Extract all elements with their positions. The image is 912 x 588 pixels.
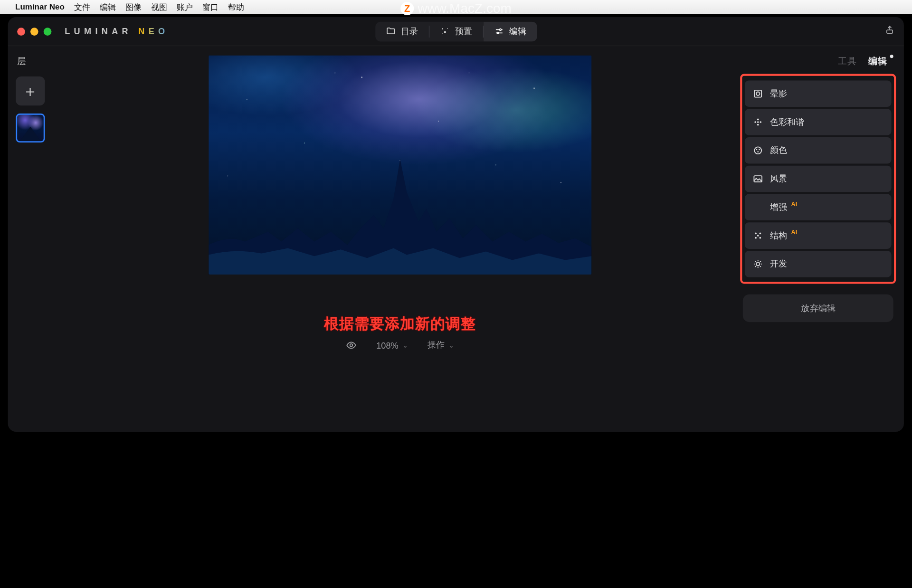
menubar-item-image[interactable]: 图像 xyxy=(125,2,142,13)
svg-point-9 xyxy=(756,92,760,95)
tool-label: 风景 xyxy=(770,173,787,185)
tab-edits[interactable]: 编辑 xyxy=(868,56,887,67)
chevron-down-icon: ⌄ xyxy=(402,341,408,349)
svg-point-24 xyxy=(760,237,761,239)
tab-presets-label: 预置 xyxy=(455,25,472,37)
tool-label: 开发 xyxy=(770,258,787,270)
sun-icon xyxy=(753,259,763,269)
logo-part2: AR xyxy=(112,26,138,36)
landscape-icon xyxy=(753,173,763,184)
zoom-value: 108% xyxy=(376,340,398,350)
svg-point-16 xyxy=(756,149,758,151)
svg-point-10 xyxy=(757,121,759,123)
zoom-icon[interactable] xyxy=(44,28,52,36)
tool-label: 颜色 xyxy=(770,144,787,156)
menubar-item-help[interactable]: 帮助 xyxy=(228,2,244,13)
watermark-text: www.MacZ.com xyxy=(418,1,512,16)
plus-icon: ＋ xyxy=(22,80,38,101)
window-traffic-lights xyxy=(17,28,51,36)
annotation-caption: 根据需要添加新的调整 xyxy=(324,314,476,334)
menubar-item-view[interactable]: 视图 xyxy=(151,2,167,13)
canvas-area: 根据需要添加新的调整 108% ⌄ 操作 ⌄ xyxy=(62,46,738,432)
image-view[interactable] xyxy=(209,56,591,275)
tab-catalog[interactable]: 目录 xyxy=(375,21,429,41)
tool-label: 色彩和谐 xyxy=(770,116,804,128)
canvas-status-bar: 108% ⌄ 操作 ⌄ xyxy=(346,339,454,351)
zoom-dropdown[interactable]: 108% ⌄ xyxy=(376,340,408,350)
tool-color[interactable]: 颜色 xyxy=(745,137,892,164)
layers-title: 层 xyxy=(17,56,26,67)
tool-structure-ai[interactable]: 结构 AI xyxy=(745,222,892,249)
svg-point-11 xyxy=(757,119,759,121)
mac-menubar: Luminar Neo 文件 编辑 图像 视图 账户 窗口 帮助 Z www.M… xyxy=(0,0,912,14)
folder-icon xyxy=(386,26,396,36)
svg-point-15 xyxy=(755,147,762,154)
svg-rect-6 xyxy=(887,30,893,33)
share-icon xyxy=(885,25,895,35)
menubar-app-name[interactable]: Luminar Neo xyxy=(15,2,65,12)
svg-point-20 xyxy=(755,233,757,235)
vignette-icon xyxy=(753,88,763,99)
discard-label: 放弃编辑 xyxy=(801,302,835,314)
svg-point-3 xyxy=(441,33,442,34)
svg-point-7 xyxy=(350,344,353,347)
app-logo: LUMINAR NEO xyxy=(65,26,169,36)
tool-develop[interactable]: 开发 xyxy=(745,251,892,277)
menubar-item-edit[interactable]: 编辑 xyxy=(100,2,116,13)
tab-edit-label: 编辑 xyxy=(509,25,526,37)
discard-edits-button[interactable]: 放弃编辑 xyxy=(743,294,893,322)
close-icon[interactable] xyxy=(17,28,25,36)
logo-part1: LUMIN xyxy=(65,26,112,36)
top-mode-tabs: 目录 预置 编辑 xyxy=(375,21,537,41)
svg-point-4 xyxy=(499,29,501,30)
tool-vignette[interactable]: 晕影 xyxy=(745,80,892,107)
svg-point-0 xyxy=(442,28,443,29)
svg-point-25 xyxy=(756,262,760,266)
tool-label: 增强 xyxy=(770,201,787,213)
menubar-item-window[interactable]: 窗口 xyxy=(202,2,218,13)
svg-point-18 xyxy=(758,151,759,152)
svg-point-17 xyxy=(759,149,760,151)
ai-badge: AI xyxy=(791,229,798,236)
svg-rect-8 xyxy=(755,90,762,97)
svg-point-14 xyxy=(760,121,762,123)
menubar-item-account[interactable]: 账户 xyxy=(177,2,193,13)
chevron-down-icon: ⌄ xyxy=(448,341,454,349)
tool-enhance-ai[interactable]: 增强 AI xyxy=(745,194,892,221)
tab-tools[interactable]: 工具 xyxy=(838,56,856,67)
tab-catalog-label: 目录 xyxy=(401,25,418,37)
actions-dropdown[interactable]: 操作 ⌄ xyxy=(428,339,454,351)
layer-thumb-selected[interactable] xyxy=(16,114,45,142)
svg-point-23 xyxy=(755,237,757,239)
sliders-icon xyxy=(494,26,504,36)
minimize-icon[interactable] xyxy=(30,28,38,36)
tool-label: 结构 xyxy=(770,230,787,242)
flower-icon xyxy=(753,117,763,127)
app-window: LUMINAR NEO 目录 预置 编辑 层 xyxy=(8,17,904,432)
watermark-badge-icon: Z xyxy=(400,2,414,15)
visibility-toggle[interactable] xyxy=(346,340,356,351)
add-layer-button[interactable]: ＋ xyxy=(16,76,45,105)
tool-landscape[interactable]: 风景 xyxy=(745,166,892,192)
svg-point-22 xyxy=(757,235,759,237)
dots-icon xyxy=(753,230,763,241)
color-wheel-icon xyxy=(753,145,763,156)
eye-icon xyxy=(346,340,356,351)
ai-badge: AI xyxy=(791,200,798,207)
tool-color-harmony[interactable]: 色彩和谐 xyxy=(745,109,892,135)
right-panel: 工具 编辑 晕影 色彩和谐 颜色 风景 xyxy=(738,46,904,432)
menubar-item-file[interactable]: 文件 xyxy=(74,2,90,13)
logo-part3: NEO xyxy=(138,26,169,36)
svg-point-2 xyxy=(447,28,448,29)
svg-point-5 xyxy=(497,32,498,34)
layers-rail: 层 ＋ xyxy=(8,46,62,432)
tool-label: 晕影 xyxy=(770,88,787,100)
svg-point-12 xyxy=(757,124,759,126)
svg-point-13 xyxy=(755,121,757,123)
share-button[interactable] xyxy=(885,25,895,38)
tab-presets[interactable]: 预置 xyxy=(429,21,483,41)
tab-edit[interactable]: 编辑 xyxy=(484,21,537,41)
tools-highlight-box: 晕影 色彩和谐 颜色 风景 增强 AI xyxy=(741,74,896,284)
sparkle-icon xyxy=(440,26,450,36)
watermark: Z www.MacZ.com xyxy=(400,1,512,16)
